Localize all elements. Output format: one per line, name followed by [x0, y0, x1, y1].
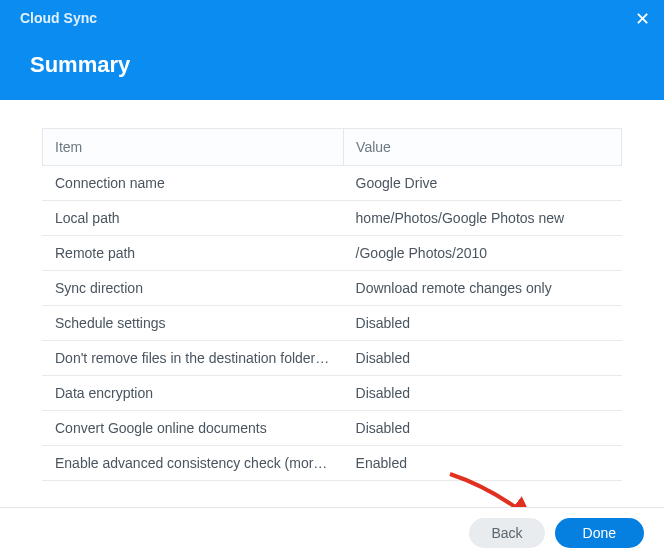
content-area: Item Value Connection nameGoogle DriveLo…	[0, 100, 664, 491]
table-row: Sync directionDownload remote changes on…	[43, 271, 622, 306]
row-value: home/Photos/Google Photos new	[344, 201, 622, 236]
row-item: Don't remove files in the destination fo…	[43, 341, 344, 376]
back-button[interactable]: Back	[469, 518, 544, 548]
page-title: Summary	[30, 52, 644, 78]
row-value: Disabled	[344, 376, 622, 411]
row-value: Enabled	[344, 446, 622, 481]
table-row: Convert Google online documentsDisabled	[43, 411, 622, 446]
row-item: Connection name	[43, 166, 344, 201]
row-value: Disabled	[344, 411, 622, 446]
close-icon[interactable]: ✕	[635, 8, 650, 30]
summary-table: Item Value Connection nameGoogle DriveLo…	[42, 128, 622, 481]
footer-bar: Back Done	[0, 507, 664, 558]
table-row: Remote path/Google Photos/2010	[43, 236, 622, 271]
table-row: Data encryptionDisabled	[43, 376, 622, 411]
row-item: Enable advanced consistency check (more …	[43, 446, 344, 481]
col-header-item: Item	[43, 129, 344, 166]
row-value: Disabled	[344, 341, 622, 376]
row-item: Schedule settings	[43, 306, 344, 341]
row-value: /Google Photos/2010	[344, 236, 622, 271]
row-item: Data encryption	[43, 376, 344, 411]
app-title: Cloud Sync	[20, 10, 644, 26]
row-item: Local path	[43, 201, 344, 236]
table-row: Enable advanced consistency check (more …	[43, 446, 622, 481]
table-row: Don't remove files in the destination fo…	[43, 341, 622, 376]
row-value: Google Drive	[344, 166, 622, 201]
table-row: Connection nameGoogle Drive	[43, 166, 622, 201]
table-row: Schedule settingsDisabled	[43, 306, 622, 341]
row-item: Remote path	[43, 236, 344, 271]
row-value: Download remote changes only	[344, 271, 622, 306]
col-header-value: Value	[344, 129, 622, 166]
row-item: Convert Google online documents	[43, 411, 344, 446]
table-row: Local pathhome/Photos/Google Photos new	[43, 201, 622, 236]
row-item: Sync direction	[43, 271, 344, 306]
done-button[interactable]: Done	[555, 518, 644, 548]
header-bar: Cloud Sync ✕ Summary	[0, 0, 664, 100]
row-value: Disabled	[344, 306, 622, 341]
